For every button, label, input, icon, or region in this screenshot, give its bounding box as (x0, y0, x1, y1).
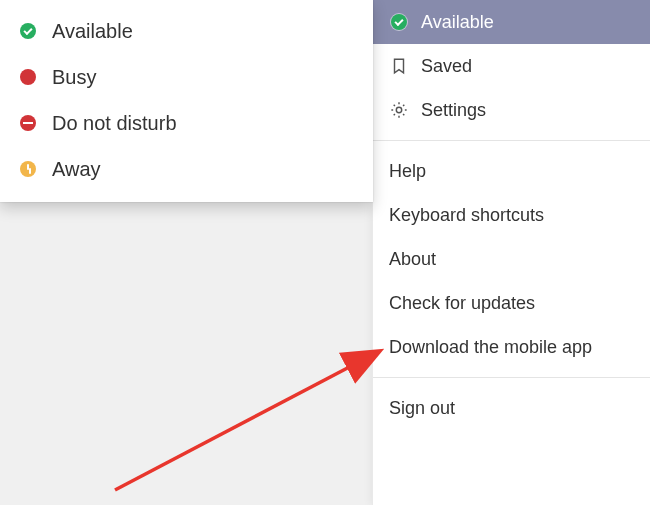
available-icon (389, 12, 409, 32)
status-option-available[interactable]: Available (0, 8, 373, 54)
menu-divider (373, 140, 650, 141)
status-option-busy[interactable]: Busy (0, 54, 373, 100)
status-option-dnd[interactable]: Do not disturb (0, 100, 373, 146)
status-option-label: Busy (52, 66, 96, 89)
menu-divider (373, 377, 650, 378)
sign-out-menu-item[interactable]: Sign out (373, 386, 650, 430)
signout-label: Sign out (389, 398, 634, 419)
svg-line-1 (115, 352, 378, 490)
help-menu-item[interactable]: Help (373, 149, 650, 193)
do-not-disturb-icon (20, 115, 36, 131)
saved-menu-item[interactable]: Saved (373, 44, 650, 88)
settings-menu: Available Saved Settings Help Keyboard s… (372, 0, 650, 505)
help-label: Help (389, 161, 634, 182)
saved-label: Saved (421, 56, 634, 77)
bookmark-icon (389, 56, 409, 76)
download-label: Download the mobile app (389, 337, 634, 358)
status-submenu: Available Busy Do not disturb Away (0, 0, 373, 202)
download-app-menu-item[interactable]: Download the mobile app (373, 325, 650, 369)
status-option-label: Do not disturb (52, 112, 177, 135)
status-option-label: Available (52, 20, 133, 43)
settings-menu-item[interactable]: Settings (373, 88, 650, 132)
status-option-label: Away (52, 158, 101, 181)
available-icon (20, 23, 36, 39)
keyboard-shortcuts-menu-item[interactable]: Keyboard shortcuts (373, 193, 650, 237)
away-icon (20, 161, 36, 177)
status-label: Available (421, 12, 634, 33)
status-option-away[interactable]: Away (0, 146, 373, 192)
settings-label: Settings (421, 100, 634, 121)
svg-point-0 (396, 107, 401, 112)
status-row[interactable]: Available (373, 0, 650, 44)
about-menu-item[interactable]: About (373, 237, 650, 281)
gear-icon (389, 100, 409, 120)
updates-label: Check for updates (389, 293, 634, 314)
keyboard-label: Keyboard shortcuts (389, 205, 634, 226)
busy-icon (20, 69, 36, 85)
about-label: About (389, 249, 634, 270)
check-updates-menu-item[interactable]: Check for updates (373, 281, 650, 325)
